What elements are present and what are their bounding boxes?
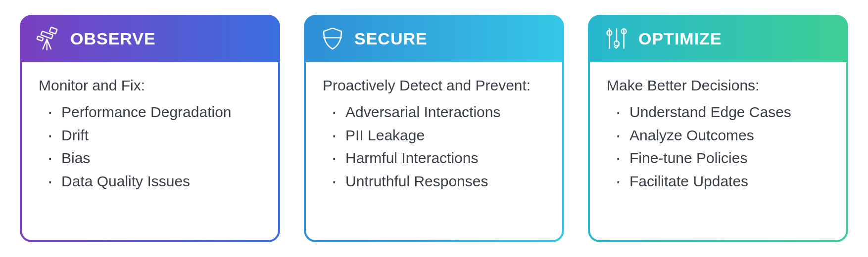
list-item: Adversarial Interactions — [332, 101, 545, 124]
svg-rect-2 — [37, 36, 43, 41]
shield-icon — [320, 26, 345, 51]
list-item: Data Quality Issues — [48, 170, 261, 193]
list-item: Untruthful Responses — [332, 170, 545, 193]
card-observe-body: Monitor and Fix: Performance Degradation… — [22, 62, 278, 240]
list-item: Drift — [48, 124, 261, 147]
card-observe-list: Performance Degradation Drift Bias Data … — [39, 101, 261, 193]
list-item: Understand Edge Cases — [616, 101, 829, 124]
card-optimize-body: Make Better Decisions: Understand Edge C… — [590, 62, 846, 240]
card-secure-title: SECURE — [354, 29, 428, 48]
sliders-icon — [604, 26, 629, 51]
card-secure-body: Proactively Detect and Prevent: Adversar… — [306, 62, 562, 240]
card-observe-title: OBSERVE — [70, 29, 156, 48]
list-item: Facilitate Updates — [616, 170, 829, 193]
list-item: Bias — [48, 147, 261, 170]
card-secure-header: SECURE — [306, 17, 562, 62]
card-secure-lead: Proactively Detect and Prevent: — [323, 77, 545, 94]
card-observe-lead: Monitor and Fix: — [39, 77, 261, 94]
card-secure-list: Adversarial Interactions PII Leakage Har… — [323, 101, 545, 193]
card-optimize: OPTIMIZE Make Better Decisions: Understa… — [588, 15, 848, 242]
list-item: Analyze Outcomes — [616, 124, 829, 147]
svg-rect-0 — [49, 27, 57, 34]
card-optimize-list: Understand Edge Cases Analyze Outcomes F… — [607, 101, 829, 193]
card-secure: SECURE Proactively Detect and Prevent: A… — [304, 15, 564, 242]
telescope-icon — [36, 26, 61, 51]
card-observe: OBSERVE Monitor and Fix: Performance Deg… — [20, 15, 280, 242]
card-observe-header: OBSERVE — [22, 17, 278, 62]
list-item: Performance Degradation — [48, 101, 261, 124]
card-optimize-header: OPTIMIZE — [590, 17, 846, 62]
card-optimize-title: OPTIMIZE — [638, 29, 722, 48]
list-item: Harmful Interactions — [332, 147, 545, 170]
list-item: Fine-tune Policies — [616, 147, 829, 170]
card-optimize-lead: Make Better Decisions: — [607, 77, 829, 94]
list-item: PII Leakage — [332, 124, 545, 147]
